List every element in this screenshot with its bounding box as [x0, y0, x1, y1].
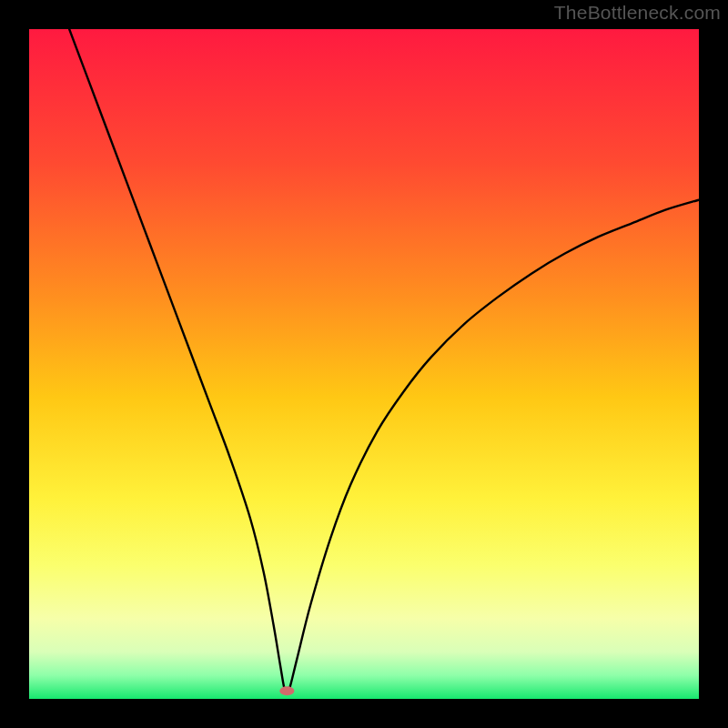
optimum-marker	[279, 686, 294, 695]
plot-area	[29, 29, 699, 699]
plot-svg	[29, 29, 699, 699]
chart-figure: TheBottleneck.com	[0, 0, 728, 728]
attribution-label: TheBottleneck.com	[554, 2, 721, 24]
gradient-background	[29, 29, 699, 699]
